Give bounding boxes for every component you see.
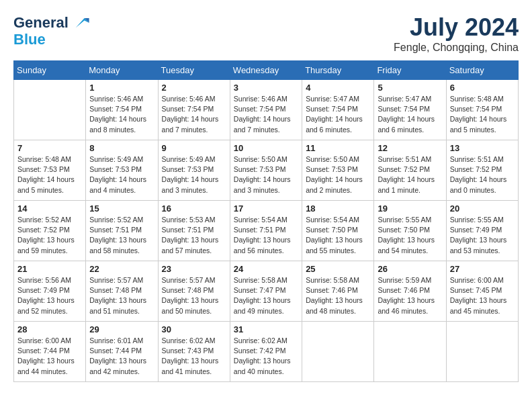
calendar-cell: 20Sunrise: 5:55 AM Sunset: 7:49 PM Dayli… [446,201,518,261]
day-detail: Sunrise: 6:00 AM Sunset: 7:45 PM Dayligh… [450,275,515,316]
calendar-cell: 5Sunrise: 5:47 AM Sunset: 7:54 PM Daylig… [374,80,446,140]
day-detail: Sunrise: 5:49 AM Sunset: 7:53 PM Dayligh… [89,154,154,195]
weekday-header-friday: Friday [374,61,446,80]
month-year: July 2024 [394,13,519,42]
calendar-cell [446,322,518,382]
calendar-cell: 15Sunrise: 5:52 AM Sunset: 7:51 PM Dayli… [86,201,158,261]
day-detail: Sunrise: 5:52 AM Sunset: 7:51 PM Dayligh… [89,215,154,256]
calendar-cell: 23Sunrise: 5:57 AM Sunset: 7:48 PM Dayli… [158,261,230,322]
day-number: 16 [162,203,226,214]
calendar-cell: 6Sunrise: 5:48 AM Sunset: 7:54 PM Daylig… [446,80,518,140]
day-number: 15 [89,203,154,214]
day-number: 18 [306,203,370,214]
location: Fengle, Chongqing, China [394,42,519,54]
calendar-cell: 1Sunrise: 5:46 AM Sunset: 7:54 PM Daylig… [86,80,158,140]
day-number: 1 [89,83,154,93]
calendar-cell: 13Sunrise: 5:51 AM Sunset: 7:52 PM Dayli… [446,140,518,201]
calendar-cell: 24Sunrise: 5:58 AM Sunset: 7:47 PM Dayli… [230,261,302,322]
day-detail: Sunrise: 5:58 AM Sunset: 7:47 PM Dayligh… [234,275,298,316]
weekday-header-wednesday: Wednesday [230,61,302,80]
calendar-cell [14,80,86,140]
day-number: 5 [378,83,442,93]
day-number: 21 [17,264,82,274]
day-number: 29 [89,324,154,334]
calendar-body: 1Sunrise: 5:46 AM Sunset: 7:54 PM Daylig… [14,80,519,382]
day-detail: Sunrise: 5:47 AM Sunset: 7:54 PM Dayligh… [378,94,442,135]
calendar-cell [374,322,446,382]
calendar-cell: 3Sunrise: 5:46 AM Sunset: 7:54 PM Daylig… [230,80,302,140]
day-number: 6 [450,83,515,93]
calendar-cell: 14Sunrise: 5:52 AM Sunset: 7:52 PM Dayli… [14,201,86,261]
day-detail: Sunrise: 5:57 AM Sunset: 7:48 PM Dayligh… [89,275,154,316]
day-number: 30 [162,324,226,334]
day-number: 24 [234,264,298,274]
day-detail: Sunrise: 5:52 AM Sunset: 7:52 PM Dayligh… [17,215,82,256]
calendar-week-1: 1Sunrise: 5:46 AM Sunset: 7:54 PM Daylig… [14,80,519,140]
day-detail: Sunrise: 5:46 AM Sunset: 7:54 PM Dayligh… [89,94,154,135]
day-number: 25 [306,264,370,274]
calendar-cell: 2Sunrise: 5:46 AM Sunset: 7:54 PM Daylig… [158,80,230,140]
logo: General Blue [13,13,90,47]
weekday-header-sunday: Sunday [14,61,86,80]
day-detail: Sunrise: 5:50 AM Sunset: 7:53 PM Dayligh… [306,154,370,195]
day-number: 3 [234,83,298,93]
calendar-cell: 7Sunrise: 5:48 AM Sunset: 7:53 PM Daylig… [14,140,86,201]
page-header: General Blue July 2024 Fengle, Chongqing… [13,13,519,54]
day-number: 17 [234,203,298,214]
day-number: 23 [162,264,226,274]
calendar-cell: 16Sunrise: 5:53 AM Sunset: 7:51 PM Dayli… [158,201,230,261]
day-detail: Sunrise: 5:46 AM Sunset: 7:54 PM Dayligh… [234,94,298,135]
calendar-week-5: 28Sunrise: 6:00 AM Sunset: 7:44 PM Dayli… [14,322,519,382]
day-detail: Sunrise: 5:51 AM Sunset: 7:52 PM Dayligh… [378,154,442,195]
day-number: 2 [162,83,226,93]
day-number: 28 [17,324,82,334]
day-number: 10 [234,143,298,153]
day-detail: Sunrise: 5:53 AM Sunset: 7:51 PM Dayligh… [162,215,226,256]
weekday-header-saturday: Saturday [446,61,518,80]
calendar-cell: 28Sunrise: 6:00 AM Sunset: 7:44 PM Dayli… [14,322,86,382]
day-detail: Sunrise: 5:50 AM Sunset: 7:53 PM Dayligh… [234,154,298,195]
day-detail: Sunrise: 6:02 AM Sunset: 7:43 PM Dayligh… [162,336,226,377]
day-detail: Sunrise: 5:54 AM Sunset: 7:51 PM Dayligh… [234,215,298,256]
day-number: 19 [378,203,442,214]
calendar-cell: 27Sunrise: 6:00 AM Sunset: 7:45 PM Dayli… [446,261,518,322]
day-number: 7 [17,143,82,153]
day-detail: Sunrise: 5:51 AM Sunset: 7:52 PM Dayligh… [450,154,515,195]
day-number: 4 [306,83,370,93]
calendar-cell: 22Sunrise: 5:57 AM Sunset: 7:48 PM Dayli… [86,261,158,322]
logo-text: General [13,15,69,30]
calendar-cell: 21Sunrise: 5:56 AM Sunset: 7:49 PM Dayli… [14,261,86,322]
day-detail: Sunrise: 6:02 AM Sunset: 7:42 PM Dayligh… [234,336,298,377]
day-detail: Sunrise: 5:59 AM Sunset: 7:46 PM Dayligh… [378,275,442,316]
calendar-cell: 17Sunrise: 5:54 AM Sunset: 7:51 PM Dayli… [230,201,302,261]
day-number: 22 [89,264,154,274]
day-number: 20 [450,203,515,214]
day-detail: Sunrise: 5:57 AM Sunset: 7:48 PM Dayligh… [162,275,226,316]
day-detail: Sunrise: 5:56 AM Sunset: 7:49 PM Dayligh… [17,275,82,316]
calendar-cell: 12Sunrise: 5:51 AM Sunset: 7:52 PM Dayli… [374,140,446,201]
calendar-cell: 18Sunrise: 5:54 AM Sunset: 7:50 PM Dayli… [302,201,374,261]
calendar-header: SundayMondayTuesdayWednesdayThursdayFrid… [14,61,519,80]
day-detail: Sunrise: 6:01 AM Sunset: 7:44 PM Dayligh… [89,336,154,377]
day-number: 11 [306,143,370,153]
day-number: 8 [89,143,154,153]
title-block: July 2024 Fengle, Chongqing, China [394,13,519,54]
day-number: 26 [378,264,442,274]
day-detail: Sunrise: 5:47 AM Sunset: 7:54 PM Dayligh… [306,94,370,135]
day-number: 9 [162,143,226,153]
calendar-week-2: 7Sunrise: 5:48 AM Sunset: 7:53 PM Daylig… [14,140,519,201]
calendar-cell: 30Sunrise: 6:02 AM Sunset: 7:43 PM Dayli… [158,322,230,382]
weekday-header-tuesday: Tuesday [158,61,230,80]
day-detail: Sunrise: 5:55 AM Sunset: 7:49 PM Dayligh… [450,215,515,256]
day-number: 31 [234,324,298,334]
calendar-cell: 10Sunrise: 5:50 AM Sunset: 7:53 PM Dayli… [230,140,302,201]
calendar-cell: 11Sunrise: 5:50 AM Sunset: 7:53 PM Dayli… [302,140,374,201]
day-detail: Sunrise: 6:00 AM Sunset: 7:44 PM Dayligh… [17,336,82,377]
day-number: 13 [450,143,515,153]
calendar-week-3: 14Sunrise: 5:52 AM Sunset: 7:52 PM Dayli… [14,201,519,261]
calendar-cell: 29Sunrise: 6:01 AM Sunset: 7:44 PM Dayli… [86,322,158,382]
day-detail: Sunrise: 5:46 AM Sunset: 7:54 PM Dayligh… [162,94,226,135]
calendar-table: SundayMondayTuesdayWednesdayThursdayFrid… [13,60,519,382]
day-detail: Sunrise: 5:54 AM Sunset: 7:50 PM Dayligh… [306,215,370,256]
calendar-cell: 4Sunrise: 5:47 AM Sunset: 7:54 PM Daylig… [302,80,374,140]
